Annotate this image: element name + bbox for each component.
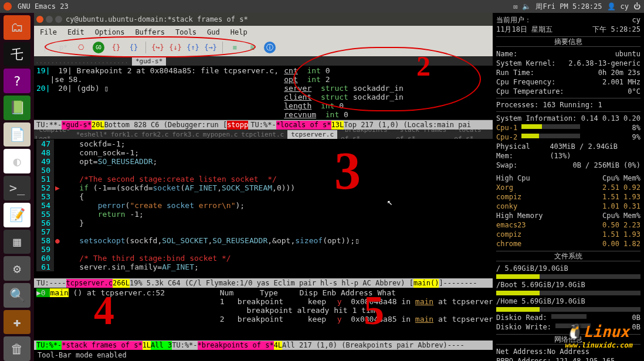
launcher-emacs[interactable]: 乇 xyxy=(4,42,30,67)
tool-step-out-icon[interactable]: {↑} xyxy=(187,42,199,53)
tab-src[interactable]: *breakpoints of s* xyxy=(341,130,392,139)
ubuntu-logo-icon xyxy=(4,2,12,11)
tool-pstar[interactable]: p* xyxy=(57,42,69,53)
emacs-toolbar: p p* ⎔ GO {} {} {↪} {↓} {↑} {→} ≡ ≣ ⓘ xyxy=(34,39,493,56)
tool-stop-icon[interactable]: ⎔ xyxy=(75,42,87,53)
emacs-menubar: File Edit Options Buffers Tools Gud Help xyxy=(34,26,493,39)
menu-options[interactable]: Options xyxy=(95,28,125,36)
gdb-line: 19| Breakpoint 2 at 0x8048a85: file tcps… xyxy=(58,66,282,75)
pane-gdb[interactable]: 19| 19| Breakpoint 2 at 0x8048a85: file … xyxy=(34,66,282,120)
launcher-books[interactable]: 📗 xyxy=(4,96,30,120)
modeline-bottom: TU:%*- *stack frames of s* 1L All 3 TU:%… xyxy=(34,340,493,350)
toolbar-sep xyxy=(145,42,146,53)
tab-src-active[interactable]: tcpserver.c xyxy=(287,130,337,139)
launcher-workspaces[interactable]: ▦ xyxy=(4,230,30,254)
sound-icon[interactable]: 🔈 xyxy=(522,2,531,11)
menu-tools[interactable]: Tools xyxy=(175,28,196,36)
window-min-icon[interactable] xyxy=(46,16,53,23)
tool-cont-icon[interactable]: {→} xyxy=(205,42,216,53)
launcher-trash[interactable]: 🗑 xyxy=(4,336,30,361)
menu-buffers[interactable]: Buffers xyxy=(135,28,165,36)
tab-src[interactable]: *stack frames of s* xyxy=(396,130,450,139)
tool-step-into-icon[interactable]: {↓} xyxy=(170,42,181,53)
gdb-line: |se 58. xyxy=(36,75,82,84)
tool-brace-r-icon[interactable]: {} xyxy=(128,42,140,53)
emacs-window: cy@ubuntu.ubuntu-domain:*stack frames of… xyxy=(34,13,493,361)
mouse-cursor-icon: ↖ xyxy=(387,196,393,207)
tool-info-icon[interactable]: ⓘ xyxy=(264,42,276,53)
gdb-tabs: ........................ *gud-s* xyxy=(34,56,493,66)
tab-src[interactable]: fork3.c xyxy=(172,130,199,139)
watermark: 🐧Linuxwww.linuxidc.com xyxy=(564,323,632,349)
launcher-text[interactable]: 📝 xyxy=(4,203,30,227)
launcher-help[interactable]: ? xyxy=(4,69,30,93)
launcher-chrome[interactable]: ◐ xyxy=(4,149,30,173)
launcher-apps[interactable]: ✚ xyxy=(4,310,30,335)
conky-panel: 当前用户：cy11月18日 星期五下午 5:28:25摘要信息Name:ubun… xyxy=(493,13,644,361)
system-topbar: GNU Emacs 23 ✉ 🔈 周Fri PM 5:28:25 👤 cy ⏻ xyxy=(0,0,644,13)
launcher-settings[interactable]: ⚙ xyxy=(4,256,30,281)
tab-src[interactable]: tcpclient.c xyxy=(241,130,284,139)
clock[interactable]: 周Fri PM 5:28:25 xyxy=(535,2,602,12)
active-app-title: GNU Emacs 23 xyxy=(18,2,69,11)
gdb-prompt[interactable]: 20| (gdb) ▯ xyxy=(58,84,109,93)
menu-gud[interactable]: Gud xyxy=(207,28,220,36)
mail-icon[interactable]: ✉ xyxy=(513,2,517,11)
emacs-titlebar[interactable]: cy@ubuntu.ubuntu-domain:*stack frames of… xyxy=(34,13,493,26)
pane-source[interactable]: 47 sockfd=-1;48 conn_sock=-1;49 opt=SO_R… xyxy=(34,139,493,278)
tool-stack1-icon[interactable]: ≡ xyxy=(229,42,240,53)
window-max-icon[interactable] xyxy=(55,16,62,23)
minibuffer[interactable]: Tool-Bar mode enabled xyxy=(34,350,493,361)
launcher-files[interactable]: 🗂 xyxy=(4,15,30,40)
tab-src[interactable]: *locals of s* xyxy=(454,130,492,139)
user-name[interactable]: cy xyxy=(621,2,629,11)
launcher-docs[interactable]: 📄 xyxy=(4,122,30,147)
modeline-gdb: TU:**- *gud-s* 20L Bottom 828 C6 (Debugg… xyxy=(34,120,493,130)
tool-stack2-icon[interactable]: ≣ xyxy=(246,42,258,53)
modeline-source: TU:---- tcpserver.c 266L 19% 5.3k C64 (C… xyxy=(34,278,493,288)
launcher-terminal[interactable]: >_ xyxy=(4,176,30,200)
tab-gud[interactable]: *gud-s* xyxy=(132,57,166,66)
source-tabs: *Compile-Log**eshell*fork1.cfork2.cfork3… xyxy=(34,130,493,139)
window-close-icon[interactable] xyxy=(36,16,43,23)
tab-src[interactable]: *eshell* xyxy=(76,130,107,139)
tab-src[interactable]: *Compile-Log* xyxy=(35,130,73,139)
pane-locals[interactable]: cnt int 0opt int 2server struct sockaddr… xyxy=(282,66,493,120)
tool-brace-l-icon[interactable]: {} xyxy=(110,42,122,53)
menu-help[interactable]: Help xyxy=(231,28,248,36)
launcher-search[interactable]: 🔍 xyxy=(4,283,30,308)
unity-launcher: 🗂 乇 ? 📗 📄 ◐ >_ 📝 ▦ ⚙ 🔍 ✚ 🗑 xyxy=(0,13,34,361)
menu-file[interactable]: File xyxy=(40,28,57,36)
tab-src[interactable]: fork1.c xyxy=(111,130,138,139)
tool-step-over-icon[interactable]: {↪} xyxy=(152,42,164,53)
pane-stack-frames[interactable]: ▶0 main () at tcpserver.c:52 xyxy=(34,288,218,340)
user-icon: 👤 xyxy=(607,2,616,11)
menu-edit[interactable]: Edit xyxy=(67,28,84,36)
window-title: cy@ubuntu.ubuntu-domain:*stack frames of… xyxy=(66,15,248,23)
tool-go-icon[interactable]: GO xyxy=(93,42,104,53)
tab-src[interactable]: mypopen.c xyxy=(203,130,238,139)
tab-src[interactable]: fork2.c xyxy=(141,130,168,139)
power-icon[interactable]: ⏻ xyxy=(633,2,640,11)
pane-breakpoints[interactable]: Num Type Disp Enb Address What1breakpoin… xyxy=(218,288,493,340)
tool-p[interactable]: p xyxy=(40,42,52,53)
toolbar-sep2 xyxy=(222,42,223,53)
